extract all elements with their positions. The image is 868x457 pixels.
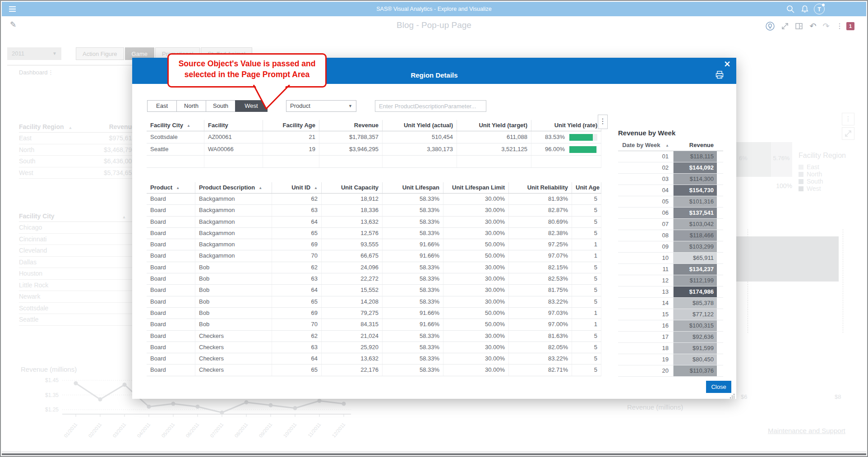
close-icon[interactable]: ×	[724, 59, 731, 69]
table-cell: 30.00%	[443, 331, 509, 342]
redo-icon[interactable]: ↷	[821, 21, 831, 31]
table-cell: Board	[147, 353, 195, 364]
table-row: 12$112,199	[618, 275, 723, 286]
week-cell: 18	[618, 343, 674, 354]
product-description-parameter-input[interactable]	[375, 100, 486, 112]
table-cell: Board	[147, 319, 195, 330]
table-cell: 97.07%	[509, 250, 572, 261]
week-cell: 08	[618, 230, 674, 241]
list-item: Cincinnati	[19, 234, 135, 245]
column-header[interactable]: Unit Yield (rate)	[531, 120, 601, 131]
table-cell: Board	[147, 250, 195, 261]
list-item: Dallas	[19, 257, 135, 268]
table-row: BoardCheckers6413,63258.33%30.00%83.22%5	[147, 353, 601, 365]
column-header[interactable]: Unit Lifespan Limit	[443, 182, 509, 193]
column-header[interactable]: Facility City▲	[147, 120, 204, 131]
table-cell: Board	[147, 228, 195, 239]
callout-tail	[249, 85, 294, 111]
svg-text:12/2011: 12/2011	[331, 422, 346, 439]
region-button-south[interactable]: South	[206, 100, 235, 112]
table-cell: 21	[263, 131, 319, 143]
table-cell: 30.00%	[443, 217, 509, 227]
search-icon[interactable]	[786, 5, 795, 14]
region-button-east[interactable]: East	[147, 100, 177, 112]
column-header[interactable]: Product▲	[147, 182, 195, 193]
week-cell: 13	[618, 286, 674, 297]
year-dropdown-value: 2011	[12, 50, 24, 57]
column-header[interactable]: Unit ID▲	[272, 182, 322, 193]
table-cell: 5	[572, 205, 601, 216]
stacked-bar-axis-label: 100%	[764, 182, 792, 189]
column-header[interactable]: Unit Age	[572, 182, 601, 193]
revenue-heat-cell: $118,466	[674, 230, 717, 241]
table-row: 02$144,092	[618, 162, 723, 174]
revenue-cell: $975,614	[86, 133, 135, 144]
list-item: Seattle	[19, 314, 135, 326]
column-header[interactable]: Unit Capacity	[322, 182, 383, 193]
tab-action-figure: Action Figure	[76, 47, 124, 60]
table-cell: 30.00%	[443, 194, 509, 204]
column-header[interactable]: Product Description▲	[195, 182, 272, 193]
table-cell: 50.00%	[443, 250, 509, 261]
table-cell: 82.71%	[509, 365, 572, 375]
revenue-heat-cell: $154,730	[674, 185, 717, 196]
resize-grip[interactable]	[729, 393, 735, 399]
insights-lightbulb-icon[interactable]	[765, 21, 775, 31]
table-row: BoardBackgammon6993,55591.66%50.00%97.25…	[147, 239, 601, 250]
table-cell: Checkers	[195, 353, 272, 364]
close-button[interactable]: Close	[706, 381, 731, 393]
table-cell: 1	[572, 319, 601, 330]
revenue-cell: $6,436,002	[86, 156, 135, 167]
table-cell: 1	[572, 250, 601, 261]
table-cell: 82.38%	[509, 228, 572, 239]
svg-text:$1.45: $1.45	[45, 377, 59, 383]
table-cell: 82.15%	[509, 262, 572, 273]
table-row: North$3,468,796	[19, 144, 135, 156]
table-cell: 14,208	[322, 296, 383, 307]
table-row: BoardCheckers6221,02458.33%30.00%81.63%5	[147, 331, 601, 342]
column-header[interactable]: Date by Week ▲	[618, 140, 674, 151]
table-cell: Bob	[195, 296, 272, 307]
maximize-icon[interactable]	[780, 21, 790, 31]
right-panel-toggle-icon[interactable]	[794, 21, 804, 31]
column-header[interactable]: Unit Lifespan	[383, 182, 443, 193]
table-cell: 5	[572, 262, 601, 273]
object-expand-icon	[842, 127, 854, 140]
column-header[interactable]: Facility Age	[263, 120, 319, 131]
table-row: BoardCheckers6522,17658.33%30.00%82.71%5	[147, 365, 601, 376]
table-header: Date by Week ▲Revenue	[618, 140, 723, 151]
table-cell: Board	[147, 365, 195, 375]
column-header[interactable]: Unit Reliability	[509, 182, 572, 193]
undo-icon[interactable]: ↶	[808, 21, 818, 31]
table-cell: 1	[572, 239, 601, 250]
list-item: Houston	[19, 268, 135, 280]
print-icon[interactable]	[715, 70, 725, 80]
avatar[interactable]: T	[814, 4, 825, 14]
alert-count-badge[interactable]: 1	[846, 22, 854, 30]
table-kebab-icon[interactable]: ⋮	[598, 115, 608, 129]
product-dropdown[interactable]: Product ▼	[286, 100, 356, 112]
table-cell: 25,920	[322, 342, 383, 353]
column-header[interactable]: Unit Yield (target)	[457, 120, 531, 131]
region-button-north[interactable]: North	[176, 100, 206, 112]
column-header[interactable]: Facility	[204, 120, 263, 131]
table-row: 05$101,316	[618, 196, 723, 208]
table-row: SeattleWA0006619$3,946,2953,380,1733,521…	[147, 143, 601, 156]
column-header[interactable]: Unit Yield (actual)	[383, 120, 457, 131]
table-row: 19$80,450	[618, 354, 723, 365]
revenue-heat-cell: $77,122	[674, 309, 717, 320]
notifications-bell-icon[interactable]	[800, 5, 809, 14]
table-row: 03$114,300	[618, 174, 723, 185]
revenue-by-week-table: Date by Week ▲Revenue01$118,11502$144,09…	[618, 140, 723, 377]
legend-swatch	[799, 172, 803, 177]
toolbar-kebab-icon[interactable]: ⋮	[835, 21, 845, 31]
table-cell: 69	[272, 239, 322, 250]
table-cell: 83.22%	[509, 296, 572, 307]
table-cell: 21,024	[322, 331, 383, 342]
column-header[interactable]: Revenue	[674, 140, 717, 151]
column-header[interactable]: Revenue	[319, 120, 383, 131]
table-cell: 91.66%	[383, 239, 443, 250]
table-cell: 91.66%	[383, 250, 443, 261]
table-cell: Checkers	[195, 365, 272, 375]
table-cell: 97.00%	[509, 319, 572, 330]
